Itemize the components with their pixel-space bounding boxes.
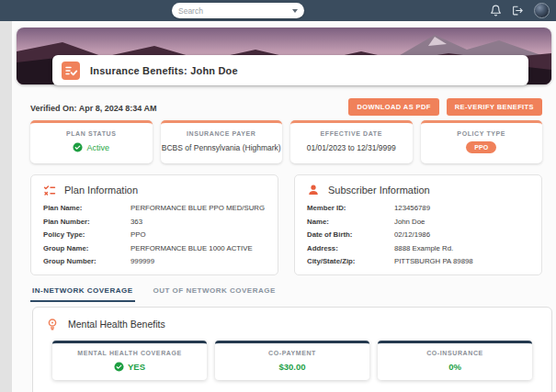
plan-info-row: Group Name: PERFORMANCE BLUE 1000 ACTIVE bbox=[43, 244, 266, 252]
summary-cards-row: PLAN STATUS Active INSURANCE PAYER BCBS … bbox=[30, 120, 542, 163]
row-label: Policy Type: bbox=[43, 230, 130, 239]
plan-information-title: Plan Information bbox=[64, 185, 138, 196]
row-value: John Doe bbox=[394, 218, 529, 226]
effective-date-value: 01/01/2023 to 12/31/9999 bbox=[290, 143, 413, 152]
active-check-icon bbox=[73, 142, 83, 152]
search-input[interactable] bbox=[178, 6, 292, 16]
row-label: Member ID: bbox=[307, 204, 394, 212]
row-value: 363 bbox=[130, 218, 266, 226]
policy-type-card: POLICY TYPE PPO bbox=[421, 120, 543, 163]
subscriber-info-row: Address: 8888 Example Rd. bbox=[307, 244, 529, 252]
verified-on-text: Verified On: Apr 8, 2024 8:34 AM bbox=[30, 104, 156, 113]
subscriber-info-row: Date of Birth: 02/12/1986 bbox=[307, 230, 529, 239]
co-payment-card: CO-PAYMENT $30.00 bbox=[215, 341, 369, 380]
plan-rule-checklist-icon bbox=[43, 184, 56, 196]
effective-date-label: EFFECTIVE DATE bbox=[290, 130, 413, 137]
insurance-payer-value: BCBS of Pennsylvania (Highmark) bbox=[161, 143, 283, 152]
mental-health-lightbulb-icon bbox=[46, 318, 59, 330]
subscriber-info-row: Member ID: 123456789 bbox=[307, 204, 529, 212]
row-label: Plan Name: bbox=[43, 204, 130, 212]
plan-status-label: PLAN STATUS bbox=[30, 130, 153, 137]
row-label: Name: bbox=[307, 218, 394, 226]
row-label: Date of Birth: bbox=[307, 230, 394, 239]
plan-info-row: Plan Name: PERFORMANCE BLUE PPO MED/SURG bbox=[43, 204, 266, 212]
coverage-tabs: IN-NETWORK COVERAGE OUT OF NETWORK COVER… bbox=[30, 282, 278, 302]
row-value: PERFORMANCE BLUE 1000 ACTIVE bbox=[130, 244, 266, 252]
tab-in-network-coverage[interactable]: IN-NETWORK COVERAGE bbox=[30, 282, 135, 302]
insurance-payer-label: INSURANCE PAYER bbox=[161, 130, 283, 137]
subscriber-information-title: Subscriber Information bbox=[328, 185, 430, 196]
row-value: 999999 bbox=[130, 257, 266, 265]
logout-icon[interactable] bbox=[512, 5, 524, 17]
row-value: 02/12/1986 bbox=[394, 230, 529, 239]
policy-type-label: POLICY TYPE bbox=[421, 130, 543, 137]
co-insurance-card: CO-INSURANCE 0% bbox=[378, 341, 532, 380]
download-as-pdf-button[interactable]: DOWNLOAD AS PDF bbox=[348, 98, 438, 116]
main-content: Insurance Benefits: John Doe Verified On… bbox=[12, 21, 556, 392]
mental-health-benefits-card: Mental Health Benefits MENTAL HEALTH COV… bbox=[32, 307, 552, 392]
row-value: PITTSBURGH PA 89898 bbox=[394, 257, 529, 265]
co-payment-value: $30.00 bbox=[278, 362, 305, 372]
subscriber-person-icon bbox=[307, 184, 320, 196]
user-avatar[interactable] bbox=[534, 3, 550, 18]
effective-date-card: EFFECTIVE DATE 01/01/2023 to 12/31/9999 bbox=[290, 120, 413, 163]
policy-type-badge: PPO bbox=[466, 141, 496, 153]
page-title-card: Insurance Benefits: John Doe bbox=[52, 55, 528, 85]
mental-health-benefits-title: Mental Health Benefits bbox=[68, 319, 165, 330]
row-label: City/State/Zip: bbox=[307, 257, 394, 265]
tab-out-of-network-coverage[interactable]: OUT OF NETWORK COVERAGE bbox=[152, 282, 278, 302]
row-value: PERFORMANCE BLUE PPO MED/SURG bbox=[130, 204, 266, 212]
plan-info-row: Policy Type: PPO bbox=[43, 230, 266, 239]
plan-info-row: Plan Number: 363 bbox=[43, 218, 266, 226]
search-dropdown-caret-icon[interactable] bbox=[292, 9, 298, 13]
plan-status-value: Active bbox=[86, 143, 109, 152]
co-payment-label: CO-PAYMENT bbox=[215, 350, 369, 356]
left-gutter bbox=[0, 21, 12, 392]
page-title: Insurance Benefits: John Doe bbox=[90, 65, 238, 76]
reverify-benefits-button[interactable]: RE-VERIFY BENEFITS bbox=[447, 98, 542, 116]
plan-info-row: Group Number: 999999 bbox=[43, 257, 266, 265]
row-value: 8888 Example Rd. bbox=[394, 244, 529, 252]
search-bar[interactable] bbox=[172, 3, 304, 18]
benefit-cards-row: MENTAL HEALTH COVERAGE YES CO-PAYMENT $3… bbox=[33, 339, 551, 380]
yes-check-icon bbox=[114, 362, 124, 372]
plan-status-card: PLAN STATUS Active bbox=[30, 120, 153, 163]
information-cards-row: Plan Information Plan Name: PERFORMANCE … bbox=[30, 174, 542, 275]
subscriber-information-card: Subscriber Information Member ID: 123456… bbox=[294, 174, 542, 275]
plan-information-card: Plan Information Plan Name: PERFORMANCE … bbox=[30, 174, 278, 275]
top-navbar bbox=[0, 0, 556, 21]
row-label: Address: bbox=[307, 244, 394, 252]
co-insurance-value: 0% bbox=[448, 362, 461, 372]
co-insurance-label: CO-INSURANCE bbox=[378, 350, 532, 356]
mental-health-coverage-card: MENTAL HEALTH COVERAGE YES bbox=[52, 341, 207, 380]
coverage-label: MENTAL HEALTH COVERAGE bbox=[52, 350, 207, 356]
coverage-value: YES bbox=[128, 362, 145, 372]
row-label: Group Name: bbox=[43, 244, 130, 252]
row-value: 123456789 bbox=[394, 204, 529, 212]
notifications-bell-icon[interactable] bbox=[490, 5, 502, 17]
benefits-checklist-icon bbox=[62, 62, 80, 80]
row-label: Plan Number: bbox=[43, 218, 130, 226]
insurance-payer-card: INSURANCE PAYER BCBS of Pennsylvania (Hi… bbox=[161, 120, 283, 163]
row-value: PPO bbox=[130, 230, 266, 239]
subscriber-info-row: City/State/Zip: PITTSBURGH PA 89898 bbox=[307, 257, 529, 265]
row-label: Group Number: bbox=[43, 257, 130, 265]
subscriber-info-row: Name: John Doe bbox=[307, 218, 529, 226]
